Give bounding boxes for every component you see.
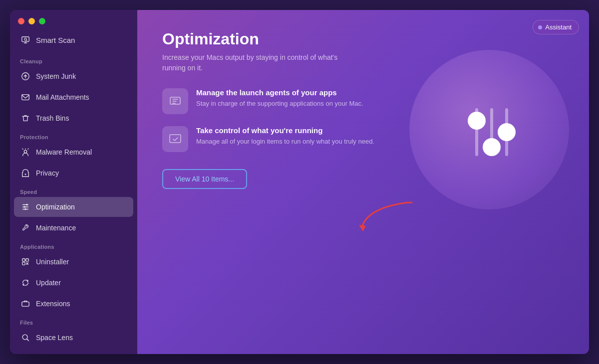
sidebar-item-extensions[interactable]: Extensions (14, 294, 133, 314)
privacy-icon (20, 168, 31, 179)
uninstaller-icon (20, 256, 31, 267)
sidebar-item-updater[interactable]: Updater (14, 273, 133, 293)
space-lens-icon (20, 332, 31, 343)
updater-icon (20, 277, 31, 288)
svg-point-16 (24, 208, 26, 210)
section-label-applications: Applications (14, 239, 133, 252)
svg-point-12 (23, 206, 25, 208)
system-junk-label: System Junk (36, 72, 76, 80)
sidebar-item-system-junk[interactable]: System Junk (14, 66, 133, 86)
svg-line-4 (26, 40, 27, 41)
malware-removal-label: Malware Removal (36, 148, 92, 156)
login-items-icon (162, 126, 188, 152)
main-content-area: Assistant Optimization Increase your Mac… (137, 10, 589, 354)
svg-marker-43 (359, 225, 366, 231)
optimization-icon (20, 201, 31, 212)
svg-point-23 (22, 335, 27, 340)
main-content: Optimization Increase your Macs output b… (162, 30, 564, 189)
sidebar-content: Smart Scan Cleanup System Junk (10, 29, 137, 354)
section-label-cleanup: Cleanup (14, 53, 133, 66)
arrow-svg (352, 197, 422, 237)
sidebar-item-privacy[interactable]: Privacy (14, 163, 133, 183)
sidebar-item-maintenance[interactable]: Maintenance (14, 218, 133, 238)
svg-rect-0 (22, 37, 29, 42)
svg-rect-22 (22, 302, 29, 306)
sidebar: Smart Scan Cleanup System Junk (10, 10, 137, 354)
mail-attachments-icon (20, 92, 31, 103)
login-items-text: Take control of what you're running Mana… (196, 126, 374, 147)
launch-agents-text: Manage the launch agents of your apps St… (196, 88, 363, 109)
assistant-label: Assistant (545, 23, 572, 31)
svg-point-14 (26, 204, 28, 206)
arrow-annotation (352, 197, 422, 239)
malware-removal-icon (20, 147, 31, 158)
extensions-label: Extensions (36, 300, 70, 308)
fullscreen-button[interactable] (39, 18, 45, 24)
login-items-description: Manage all of your login items to run on… (196, 137, 374, 147)
section-label-speed: Speed (14, 184, 133, 197)
login-items-title: Take control of what you're running (196, 126, 374, 135)
view-all-label: View All 10 Items... (175, 175, 234, 183)
view-all-button[interactable]: View All 10 Items... (162, 169, 247, 189)
svg-rect-17 (22, 259, 25, 261)
trash-bins-label: Trash Bins (36, 114, 69, 122)
launch-agents-title: Manage the launch agents of your apps (196, 88, 363, 97)
window-controls (10, 10, 137, 29)
assistant-button[interactable]: Assistant (533, 20, 579, 34)
large-old-files-icon (20, 353, 31, 354)
maintenance-label: Maintenance (36, 224, 76, 232)
close-button[interactable] (18, 18, 24, 24)
svg-point-10 (25, 174, 26, 175)
uninstaller-label: Uninstaller (36, 258, 69, 266)
minimize-button[interactable] (28, 18, 35, 24)
privacy-label: Privacy (36, 169, 59, 177)
section-label-protection: Protection (14, 129, 133, 142)
feature-card-login-items: Take control of what you're running Mana… (162, 126, 412, 152)
svg-rect-7 (22, 95, 29, 100)
feature-card-launch-agents: Manage the launch agents of your apps St… (162, 88, 412, 114)
extensions-icon (20, 298, 31, 309)
sidebar-item-optimization[interactable]: Optimization (14, 197, 133, 217)
sidebar-item-trash-bins[interactable]: Trash Bins (14, 108, 133, 128)
sidebar-item-uninstaller[interactable]: Uninstaller (14, 252, 133, 272)
mail-attachments-label: Mail Attachments (36, 93, 89, 101)
optimization-label: Optimization (36, 203, 75, 211)
space-lens-label: Space Lens (36, 334, 73, 342)
app-window: Smart Scan Cleanup System Junk (10, 10, 589, 354)
trash-bins-icon (20, 113, 31, 124)
sidebar-item-smart-scan[interactable]: Smart Scan (14, 29, 133, 50)
updater-label: Updater (36, 279, 61, 287)
smart-scan-icon (20, 34, 31, 45)
smart-scan-label: Smart Scan (36, 36, 75, 44)
launch-agents-description: Stay in charge of the supporting applica… (196, 99, 363, 109)
svg-point-9 (24, 150, 26, 153)
page-subtitle: Increase your Macs output by staying in … (162, 52, 352, 73)
sidebar-item-mail-attachments[interactable]: Mail Attachments (14, 87, 133, 107)
page-title: Optimization (162, 30, 564, 48)
launch-agents-icon (162, 88, 188, 114)
svg-rect-36 (170, 135, 181, 143)
maintenance-icon (20, 222, 31, 233)
sidebar-item-malware-removal[interactable]: Malware Removal (14, 142, 133, 162)
svg-rect-18 (26, 259, 28, 261)
sidebar-item-large-old-files[interactable]: Large & Old Files (14, 349, 133, 354)
svg-rect-19 (22, 262, 25, 265)
assistant-status-dot (538, 25, 542, 29)
system-junk-icon (20, 71, 31, 82)
section-label-files: Files (14, 315, 133, 328)
svg-line-24 (27, 339, 28, 341)
sidebar-item-space-lens[interactable]: Space Lens (14, 328, 133, 348)
